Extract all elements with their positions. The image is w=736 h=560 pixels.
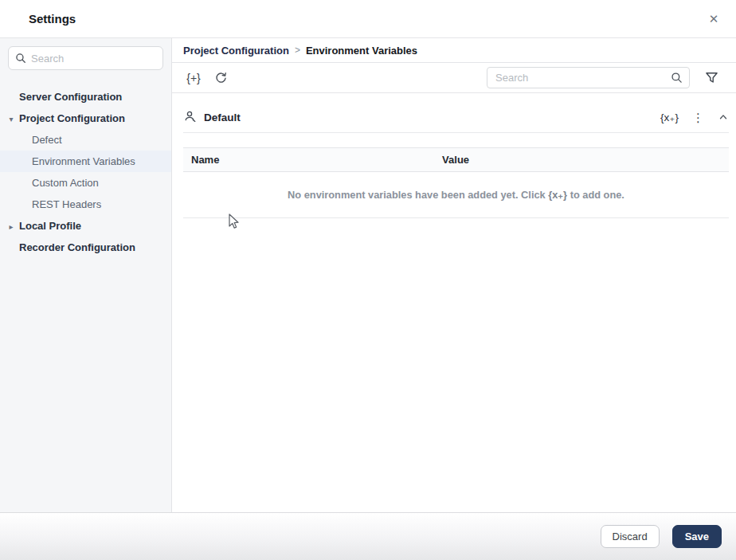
sidebar-item-label: REST Headers — [32, 198, 101, 210]
kebab-menu-icon[interactable]: ⋮ — [690, 112, 707, 123]
variables-search-box[interactable] — [487, 67, 690, 88]
sidebar-item-environment-variables[interactable]: Environment Variables — [0, 151, 171, 172]
dialog-footer: Discard Save — [0, 512, 736, 560]
add-variable-icon: {x₊} — [548, 189, 567, 201]
breadcrumb-separator: > — [295, 45, 300, 56]
settings-tree: Server Configuration ▾ Project Configura… — [0, 86, 171, 258]
titlebar: Settings ✕ — [0, 0, 736, 38]
empty-message-after: to add one. — [567, 189, 624, 201]
filter-icon — [705, 71, 718, 84]
sidebar-item-recorder-configuration[interactable]: Recorder Configuration — [0, 237, 171, 258]
sidebar-item-project-configuration[interactable]: ▾ Project Configuration — [0, 108, 171, 129]
save-button[interactable]: Save — [672, 525, 722, 548]
empty-message-before: No environment variables have been added… — [288, 189, 548, 201]
profile-header: Default {x₊} ⋮ — [183, 102, 729, 132]
sidebar-item-label: Defect — [32, 134, 62, 146]
table-empty-row: No environment variables have been added… — [183, 172, 729, 218]
column-header-name: Name — [183, 148, 434, 172]
profile-user-icon — [183, 110, 198, 124]
settings-dialog: Settings ✕ Server Configuration ▾ Projec… — [0, 0, 736, 560]
search-icon — [671, 72, 683, 84]
environment-variables-table: Name Value No environment variables have… — [183, 147, 729, 218]
search-icon — [15, 53, 26, 64]
dialog-title: Settings — [29, 12, 76, 25]
sidebar-item-label: Server Configuration — [19, 91, 122, 103]
variables-search-input[interactable] — [495, 72, 671, 84]
breadcrumb: Project Configuration > Environment Vari… — [172, 38, 736, 63]
sidebar-item-label: Local Profile — [19, 220, 81, 232]
refresh-icon — [214, 71, 228, 84]
add-profile-button[interactable]: {+} — [183, 68, 204, 88]
sidebar-item-label: Custom Action — [32, 177, 99, 189]
sidebar-search-input[interactable] — [31, 53, 156, 65]
sidebar-item-rest-headers[interactable]: REST Headers — [0, 194, 171, 215]
profile-content: Default {x₊} ⋮ — [172, 93, 736, 512]
add-variable-icon[interactable]: {x₊} — [660, 111, 679, 123]
section-divider — [183, 132, 729, 133]
profile-name: Default — [204, 112, 241, 123]
close-icon[interactable]: ✕ — [704, 10, 723, 29]
discard-button[interactable]: Discard — [601, 525, 660, 548]
env-toolbar: {+} — [172, 63, 736, 93]
empty-state-message: No environment variables have been added… — [183, 172, 729, 218]
sidebar-item-local-profile[interactable]: ▸ Local Profile — [0, 215, 171, 237]
breadcrumb-current: Environment Variables — [306, 45, 417, 57]
caret-right-icon[interactable]: ▸ — [7, 221, 15, 230]
add-profile-icon: {+} — [186, 72, 201, 84]
refresh-button[interactable] — [210, 68, 231, 88]
sidebar-search-box[interactable] — [8, 46, 163, 70]
filter-button[interactable] — [701, 68, 722, 88]
caret-down-icon[interactable]: ▾ — [7, 114, 15, 123]
sidebar-item-custom-action[interactable]: Custom Action — [0, 172, 171, 194]
sidebar-item-label: Recorder Configuration — [19, 241, 135, 253]
settings-sidebar: Server Configuration ▾ Project Configura… — [0, 38, 172, 512]
main-panel: Project Configuration > Environment Vari… — [172, 38, 736, 512]
sidebar-item-server-configuration[interactable]: Server Configuration — [0, 86, 171, 108]
sidebar-item-defect[interactable]: Defect — [0, 129, 171, 151]
breadcrumb-parent[interactable]: Project Configuration — [183, 45, 289, 57]
sidebar-item-label: Project Configuration — [19, 112, 125, 124]
sidebar-item-label: Environment Variables — [32, 155, 135, 167]
collapse-section-button[interactable] — [718, 112, 729, 123]
column-header-value: Value — [434, 148, 729, 172]
chevron-up-icon — [718, 112, 729, 123]
